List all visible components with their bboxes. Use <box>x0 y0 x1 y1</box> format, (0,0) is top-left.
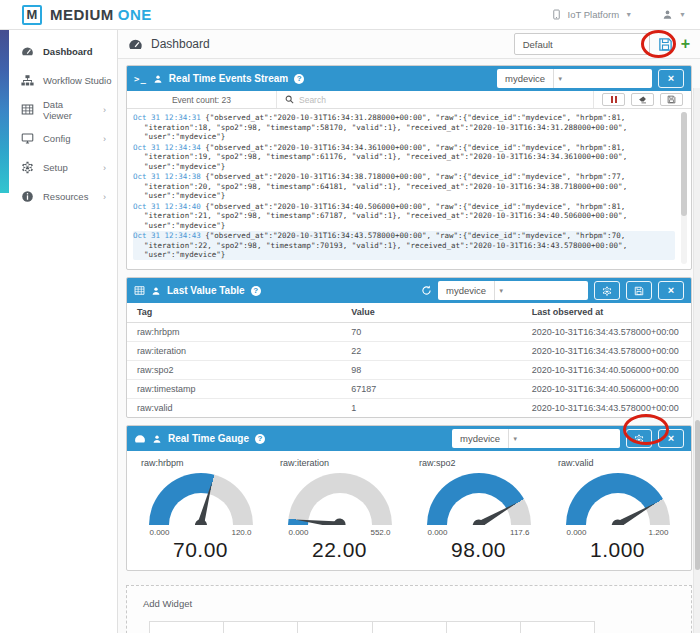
sidebar-item-config[interactable]: Config › <box>0 124 117 153</box>
gauge-widget: raw:iteration 0.000552.0 22.00 <box>270 458 409 562</box>
page-title: Dashboard <box>151 37 210 51</box>
add-trend-widget-button[interactable] <box>446 621 521 633</box>
page-scrollbar[interactable] <box>693 88 700 633</box>
chevron-down-icon: ▼ <box>508 429 521 448</box>
column-header: Value <box>341 303 521 322</box>
gauge-dial <box>149 473 253 525</box>
table-row: raw:spo2982020-10-31T16:34:40.506000+00:… <box>127 360 691 379</box>
dashboard-name-input[interactable]: Default <box>514 33 650 55</box>
log-entry: Oct 31 12:34:38 {"observed_at":"2020-10-… <box>133 172 675 201</box>
sidebar-item-workflow-studio[interactable]: Workflow Studio <box>0 66 117 95</box>
gears-icon <box>21 161 34 174</box>
events-stream-panel: >_ Real Time Events Stream ? mydevice ▼ … <box>126 65 692 270</box>
gauge-needle <box>196 480 216 525</box>
device-select[interactable]: mydevice ▼ <box>438 281 588 300</box>
chevron-down-icon[interactable]: ▼ <box>625 11 632 18</box>
device-select[interactable]: mydevice ▼ <box>497 69 652 88</box>
platform-menu[interactable]: IoT Platform <box>568 9 620 20</box>
settings-button[interactable] <box>594 281 620 300</box>
save-icon <box>667 95 676 104</box>
pause-stream-button[interactable] <box>602 93 625 106</box>
gauge-value: 70.00 <box>149 538 253 562</box>
log-entry: Oct 31 12:34:34 {"observed_at":"2020-10-… <box>133 143 675 172</box>
add-widget-label: Add Widget <box>143 598 675 609</box>
tachometer-icon <box>21 45 34 58</box>
add-table-widget-button[interactable] <box>520 621 595 633</box>
pause-icon <box>611 96 617 103</box>
chevron-down-icon: ▼ <box>494 281 507 300</box>
log-entry: Oct 31 12:34:40 {"observed_at":"2020-10-… <box>133 202 675 231</box>
log-scrollbar[interactable] <box>681 112 687 264</box>
column-header: Tag <box>127 303 341 322</box>
add-dashboard-icon[interactable]: + <box>681 36 690 52</box>
help-icon[interactable]: ? <box>294 74 304 84</box>
gauge-panel: Real Time Gauge ? mydevice ▼ × raw:hrbpm <box>126 425 692 571</box>
chevron-down-icon[interactable]: ▼ <box>679 11 686 18</box>
chevron-right-icon: › <box>103 105 117 115</box>
chevron-right-icon: › <box>103 192 117 202</box>
add-bar-chart-widget-button[interactable] <box>297 621 372 633</box>
gauge-needle <box>615 499 658 525</box>
main-area: Dashboard Default + >_ Real Time Events … <box>118 30 700 633</box>
search-input[interactable]: Search <box>277 91 594 108</box>
save-dashboard-icon[interactable] <box>658 37 673 52</box>
event-count: Event count: 23 <box>127 91 277 108</box>
close-panel-button[interactable]: × <box>658 69 684 88</box>
search-icon <box>285 95 294 104</box>
last-value-panel: Last Value Table ? mydevice ▼ × <box>126 277 692 418</box>
add-line-chart-widget-button[interactable] <box>149 621 224 633</box>
add-widget-area: Add Widget <box>126 585 692 633</box>
help-icon[interactable]: ? <box>251 286 261 296</box>
help-icon[interactable]: ? <box>255 434 265 444</box>
panel-title: Real Time Gauge <box>168 433 249 444</box>
save-icon <box>634 286 644 296</box>
sidebar-item-setup[interactable]: Setup › <box>0 153 117 182</box>
gauge-value: 22.00 <box>288 538 392 562</box>
save-stream-button[interactable] <box>660 93 683 106</box>
device-input[interactable]: mydevice ▼ <box>452 429 620 448</box>
table-icon <box>134 285 145 296</box>
last-value-table: Tag Value Last observed at raw:hrbpm7020… <box>127 303 691 417</box>
sidebar-item-data-viewer[interactable]: Data Viewer › <box>0 95 117 124</box>
close-panel-button[interactable]: × <box>658 429 684 448</box>
tachometer-icon <box>134 433 146 445</box>
save-button[interactable] <box>626 281 652 300</box>
brand-name: MEDIUMONE <box>50 6 152 23</box>
gauge-value: 98.00 <box>427 538 531 562</box>
event-log[interactable]: Oct 31 12:34:31 {"observed_at":"2020-10-… <box>127 109 691 269</box>
medium-one-logo: M <box>22 5 42 25</box>
gear-icon <box>634 434 644 444</box>
table-row: raw:hrbpm702020-10-31T16:34:43.578000+00… <box>127 322 691 341</box>
add-map-widget-button[interactable] <box>372 621 447 633</box>
chevron-down-icon: ▼ <box>553 69 566 88</box>
chevron-right-icon: › <box>103 134 117 144</box>
gear-icon <box>602 286 612 296</box>
log-entry-highlighted: Oct 31 12:34:43 {"observed_at":"2020-10-… <box>133 231 675 260</box>
panel-title: Real Time Events Stream <box>169 73 288 84</box>
table-icon <box>21 103 34 116</box>
sidebar-item-resources[interactable]: Resources › <box>0 182 117 211</box>
info-icon <box>21 190 34 203</box>
sidebar: Dashboard Workflow Studio Data Viewer › … <box>0 30 118 633</box>
user-icon[interactable] <box>662 9 673 20</box>
top-bar: M MEDIUMONE IoT Platform ▼ ▼ <box>0 0 700 30</box>
sitemap-icon <box>21 74 34 87</box>
tachometer-icon <box>128 37 143 52</box>
refresh-icon[interactable] <box>421 285 432 296</box>
column-header: Last observed at <box>522 303 691 322</box>
eraser-icon <box>638 95 647 104</box>
user-icon <box>152 434 162 444</box>
close-panel-button[interactable]: × <box>658 281 684 300</box>
settings-button[interactable] <box>626 429 652 448</box>
table-row: raw:valid12020-10-31T16:34:43.578000+00:… <box>127 398 691 417</box>
sidebar-item-dashboard[interactable]: Dashboard <box>0 37 117 66</box>
gauge-needle <box>476 499 519 525</box>
user-icon <box>151 286 161 296</box>
user-icon <box>153 74 163 84</box>
gauge-dial <box>288 473 392 525</box>
chevron-right-icon: › <box>103 163 117 173</box>
gauge-widget: raw:spo2 0.000117.6 98.00 <box>409 458 548 562</box>
add-pie-chart-widget-button[interactable] <box>223 621 298 633</box>
table-row: raw:timestamp671872020-10-31T16:34:40.50… <box>127 379 691 398</box>
clear-stream-button[interactable] <box>631 93 654 106</box>
